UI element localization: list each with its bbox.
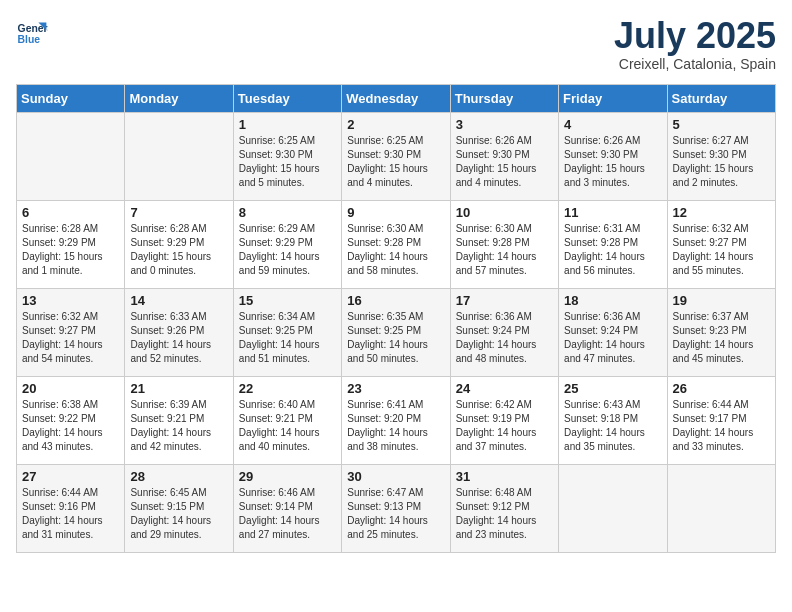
day-details: Sunrise: 6:34 AM Sunset: 9:25 PM Dayligh… xyxy=(239,310,336,366)
day-number: 6 xyxy=(22,205,119,220)
calendar-cell: 17Sunrise: 6:36 AM Sunset: 9:24 PM Dayli… xyxy=(450,288,558,376)
calendar-cell xyxy=(559,464,667,552)
svg-text:Blue: Blue xyxy=(18,34,41,45)
day-number: 9 xyxy=(347,205,444,220)
page-header: General Blue July 2025 Creixell, Catalon… xyxy=(16,16,776,72)
calendar-cell: 24Sunrise: 6:42 AM Sunset: 9:19 PM Dayli… xyxy=(450,376,558,464)
day-details: Sunrise: 6:27 AM Sunset: 9:30 PM Dayligh… xyxy=(673,134,770,190)
day-details: Sunrise: 6:30 AM Sunset: 9:28 PM Dayligh… xyxy=(347,222,444,278)
calendar-cell: 6Sunrise: 6:28 AM Sunset: 9:29 PM Daylig… xyxy=(17,200,125,288)
day-details: Sunrise: 6:38 AM Sunset: 9:22 PM Dayligh… xyxy=(22,398,119,454)
day-number: 17 xyxy=(456,293,553,308)
calendar-cell: 15Sunrise: 6:34 AM Sunset: 9:25 PM Dayli… xyxy=(233,288,341,376)
calendar-cell: 12Sunrise: 6:32 AM Sunset: 9:27 PM Dayli… xyxy=(667,200,775,288)
calendar-cell: 5Sunrise: 6:27 AM Sunset: 9:30 PM Daylig… xyxy=(667,112,775,200)
day-details: Sunrise: 6:36 AM Sunset: 9:24 PM Dayligh… xyxy=(456,310,553,366)
day-number: 31 xyxy=(456,469,553,484)
calendar-cell: 1Sunrise: 6:25 AM Sunset: 9:30 PM Daylig… xyxy=(233,112,341,200)
day-details: Sunrise: 6:48 AM Sunset: 9:12 PM Dayligh… xyxy=(456,486,553,542)
calendar-cell: 31Sunrise: 6:48 AM Sunset: 9:12 PM Dayli… xyxy=(450,464,558,552)
location-subtitle: Creixell, Catalonia, Spain xyxy=(614,56,776,72)
calendar-cell: 27Sunrise: 6:44 AM Sunset: 9:16 PM Dayli… xyxy=(17,464,125,552)
weekday-header-wednesday: Wednesday xyxy=(342,84,450,112)
day-details: Sunrise: 6:25 AM Sunset: 9:30 PM Dayligh… xyxy=(239,134,336,190)
calendar-cell: 13Sunrise: 6:32 AM Sunset: 9:27 PM Dayli… xyxy=(17,288,125,376)
day-number: 14 xyxy=(130,293,227,308)
calendar-week-row: 13Sunrise: 6:32 AM Sunset: 9:27 PM Dayli… xyxy=(17,288,776,376)
calendar-cell: 4Sunrise: 6:26 AM Sunset: 9:30 PM Daylig… xyxy=(559,112,667,200)
weekday-header-sunday: Sunday xyxy=(17,84,125,112)
day-number: 25 xyxy=(564,381,661,396)
day-number: 5 xyxy=(673,117,770,132)
day-details: Sunrise: 6:28 AM Sunset: 9:29 PM Dayligh… xyxy=(22,222,119,278)
calendar-cell: 22Sunrise: 6:40 AM Sunset: 9:21 PM Dayli… xyxy=(233,376,341,464)
day-details: Sunrise: 6:45 AM Sunset: 9:15 PM Dayligh… xyxy=(130,486,227,542)
calendar-cell: 3Sunrise: 6:26 AM Sunset: 9:30 PM Daylig… xyxy=(450,112,558,200)
calendar-cell: 11Sunrise: 6:31 AM Sunset: 9:28 PM Dayli… xyxy=(559,200,667,288)
calendar-cell: 20Sunrise: 6:38 AM Sunset: 9:22 PM Dayli… xyxy=(17,376,125,464)
day-details: Sunrise: 6:46 AM Sunset: 9:14 PM Dayligh… xyxy=(239,486,336,542)
calendar-cell: 14Sunrise: 6:33 AM Sunset: 9:26 PM Dayli… xyxy=(125,288,233,376)
title-block: July 2025 Creixell, Catalonia, Spain xyxy=(614,16,776,72)
day-details: Sunrise: 6:32 AM Sunset: 9:27 PM Dayligh… xyxy=(673,222,770,278)
calendar-week-row: 1Sunrise: 6:25 AM Sunset: 9:30 PM Daylig… xyxy=(17,112,776,200)
day-details: Sunrise: 6:41 AM Sunset: 9:20 PM Dayligh… xyxy=(347,398,444,454)
day-number: 28 xyxy=(130,469,227,484)
day-details: Sunrise: 6:35 AM Sunset: 9:25 PM Dayligh… xyxy=(347,310,444,366)
day-details: Sunrise: 6:44 AM Sunset: 9:17 PM Dayligh… xyxy=(673,398,770,454)
calendar-cell: 10Sunrise: 6:30 AM Sunset: 9:28 PM Dayli… xyxy=(450,200,558,288)
day-details: Sunrise: 6:40 AM Sunset: 9:21 PM Dayligh… xyxy=(239,398,336,454)
day-number: 8 xyxy=(239,205,336,220)
day-number: 18 xyxy=(564,293,661,308)
calendar-cell: 21Sunrise: 6:39 AM Sunset: 9:21 PM Dayli… xyxy=(125,376,233,464)
day-details: Sunrise: 6:32 AM Sunset: 9:27 PM Dayligh… xyxy=(22,310,119,366)
day-number: 10 xyxy=(456,205,553,220)
calendar-cell: 8Sunrise: 6:29 AM Sunset: 9:29 PM Daylig… xyxy=(233,200,341,288)
day-details: Sunrise: 6:33 AM Sunset: 9:26 PM Dayligh… xyxy=(130,310,227,366)
day-details: Sunrise: 6:25 AM Sunset: 9:30 PM Dayligh… xyxy=(347,134,444,190)
day-number: 30 xyxy=(347,469,444,484)
day-details: Sunrise: 6:31 AM Sunset: 9:28 PM Dayligh… xyxy=(564,222,661,278)
day-number: 29 xyxy=(239,469,336,484)
weekday-header-tuesday: Tuesday xyxy=(233,84,341,112)
day-number: 13 xyxy=(22,293,119,308)
calendar-cell: 2Sunrise: 6:25 AM Sunset: 9:30 PM Daylig… xyxy=(342,112,450,200)
weekday-header-row: SundayMondayTuesdayWednesdayThursdayFrid… xyxy=(17,84,776,112)
calendar-cell: 25Sunrise: 6:43 AM Sunset: 9:18 PM Dayli… xyxy=(559,376,667,464)
day-number: 22 xyxy=(239,381,336,396)
calendar-cell: 7Sunrise: 6:28 AM Sunset: 9:29 PM Daylig… xyxy=(125,200,233,288)
calendar-cell: 19Sunrise: 6:37 AM Sunset: 9:23 PM Dayli… xyxy=(667,288,775,376)
logo-icon: General Blue xyxy=(16,16,48,48)
weekday-header-saturday: Saturday xyxy=(667,84,775,112)
day-number: 11 xyxy=(564,205,661,220)
day-details: Sunrise: 6:29 AM Sunset: 9:29 PM Dayligh… xyxy=(239,222,336,278)
calendar-week-row: 6Sunrise: 6:28 AM Sunset: 9:29 PM Daylig… xyxy=(17,200,776,288)
calendar-week-row: 20Sunrise: 6:38 AM Sunset: 9:22 PM Dayli… xyxy=(17,376,776,464)
day-details: Sunrise: 6:43 AM Sunset: 9:18 PM Dayligh… xyxy=(564,398,661,454)
day-number: 1 xyxy=(239,117,336,132)
day-details: Sunrise: 6:30 AM Sunset: 9:28 PM Dayligh… xyxy=(456,222,553,278)
day-number: 19 xyxy=(673,293,770,308)
calendar-cell: 23Sunrise: 6:41 AM Sunset: 9:20 PM Dayli… xyxy=(342,376,450,464)
day-details: Sunrise: 6:26 AM Sunset: 9:30 PM Dayligh… xyxy=(456,134,553,190)
day-details: Sunrise: 6:44 AM Sunset: 9:16 PM Dayligh… xyxy=(22,486,119,542)
day-details: Sunrise: 6:37 AM Sunset: 9:23 PM Dayligh… xyxy=(673,310,770,366)
day-number: 15 xyxy=(239,293,336,308)
day-details: Sunrise: 6:39 AM Sunset: 9:21 PM Dayligh… xyxy=(130,398,227,454)
weekday-header-monday: Monday xyxy=(125,84,233,112)
day-number: 12 xyxy=(673,205,770,220)
day-details: Sunrise: 6:42 AM Sunset: 9:19 PM Dayligh… xyxy=(456,398,553,454)
calendar-cell: 18Sunrise: 6:36 AM Sunset: 9:24 PM Dayli… xyxy=(559,288,667,376)
day-number: 20 xyxy=(22,381,119,396)
day-number: 23 xyxy=(347,381,444,396)
day-number: 21 xyxy=(130,381,227,396)
day-number: 4 xyxy=(564,117,661,132)
logo: General Blue xyxy=(16,16,48,48)
day-details: Sunrise: 6:28 AM Sunset: 9:29 PM Dayligh… xyxy=(130,222,227,278)
day-number: 26 xyxy=(673,381,770,396)
weekday-header-thursday: Thursday xyxy=(450,84,558,112)
day-number: 27 xyxy=(22,469,119,484)
day-details: Sunrise: 6:26 AM Sunset: 9:30 PM Dayligh… xyxy=(564,134,661,190)
calendar-cell: 26Sunrise: 6:44 AM Sunset: 9:17 PM Dayli… xyxy=(667,376,775,464)
calendar-cell: 29Sunrise: 6:46 AM Sunset: 9:14 PM Dayli… xyxy=(233,464,341,552)
